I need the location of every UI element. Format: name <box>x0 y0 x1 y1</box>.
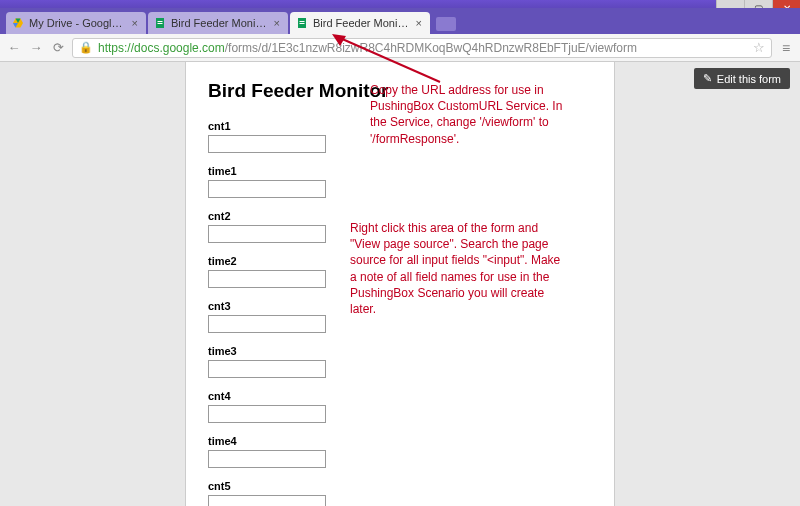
field-label: time3 <box>208 345 592 357</box>
forward-button[interactable]: → <box>28 40 44 56</box>
url-input[interactable]: 🔒 https://docs.google.com/forms/d/1E3c1n… <box>72 38 772 58</box>
drive-icon <box>12 17 24 29</box>
chrome-menu-button[interactable]: ≡ <box>778 40 794 56</box>
close-tab-icon[interactable]: × <box>272 17 282 29</box>
back-button[interactable]: ← <box>6 40 22 56</box>
tab-label: Bird Feeder Monitor - Goo <box>171 17 267 29</box>
cnt2-input[interactable] <box>208 225 326 243</box>
edit-this-form-button[interactable]: ✎ Edit this form <box>694 68 790 89</box>
tab-form-active[interactable]: Bird Feeder Monitor × <box>290 12 430 34</box>
cnt4-input[interactable] <box>208 405 326 423</box>
form-field: cnt4 <box>208 390 592 423</box>
time4-input[interactable] <box>208 450 326 468</box>
tab-my-drive[interactable]: My Drive - Google Drive × <box>6 12 146 34</box>
form-field: time1 <box>208 165 592 198</box>
tab-sheet[interactable]: Bird Feeder Monitor - Goo × <box>148 12 288 34</box>
reload-button[interactable]: ⟳ <box>50 40 66 56</box>
url-protocol: https:// <box>98 41 134 55</box>
window-titlebar <box>0 0 800 8</box>
field-label: time1 <box>208 165 592 177</box>
annotation-url: Copy the URL address for use in PushingB… <box>370 82 580 147</box>
pencil-icon: ✎ <box>703 72 712 85</box>
time3-input[interactable] <box>208 360 326 378</box>
field-label: cnt5 <box>208 480 592 492</box>
address-bar: ← → ⟳ 🔒 https://docs.google.com/forms/d/… <box>0 34 800 62</box>
close-tab-icon[interactable]: × <box>130 17 140 29</box>
sheets-icon <box>154 17 166 29</box>
close-tab-icon[interactable]: × <box>414 17 424 29</box>
form-field: cnt5 <box>208 480 592 506</box>
url-text: https://docs.google.com/forms/d/1E3c1nzw… <box>98 41 637 55</box>
edit-form-label: Edit this form <box>717 73 781 85</box>
svg-rect-7 <box>300 21 305 22</box>
new-tab-button[interactable] <box>436 17 456 31</box>
field-label: time4 <box>208 435 592 447</box>
lock-icon: 🔒 <box>79 41 93 54</box>
bookmark-star-icon[interactable]: ☆ <box>753 40 765 55</box>
cnt3-input[interactable] <box>208 315 326 333</box>
annotation-source: Right click this area of the form and "V… <box>350 220 570 317</box>
tab-strip: My Drive - Google Drive × Bird Feeder Mo… <box>0 8 800 34</box>
url-host: docs.google.com <box>134 41 225 55</box>
url-path: /forms/d/1E3c1nzwR8izwR8C4hRDMKoqBwQ4hRD… <box>225 41 637 55</box>
field-label: cnt4 <box>208 390 592 402</box>
form-field: time4 <box>208 435 592 468</box>
svg-rect-8 <box>300 23 305 24</box>
tab-label: Bird Feeder Monitor <box>313 17 409 29</box>
svg-rect-4 <box>158 21 163 22</box>
time1-input[interactable] <box>208 180 326 198</box>
sheets-icon <box>296 17 308 29</box>
cnt1-input[interactable] <box>208 135 326 153</box>
svg-rect-5 <box>158 23 163 24</box>
time2-input[interactable] <box>208 270 326 288</box>
tab-label: My Drive - Google Drive <box>29 17 125 29</box>
cnt5-input[interactable] <box>208 495 326 506</box>
form-field: time3 <box>208 345 592 378</box>
